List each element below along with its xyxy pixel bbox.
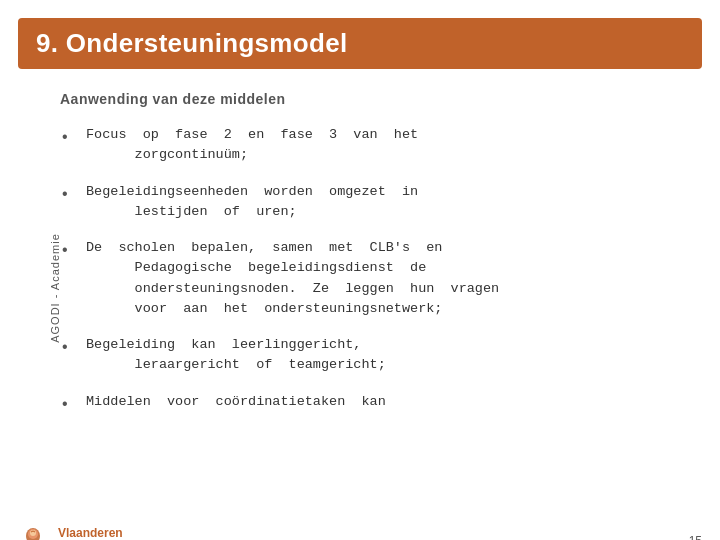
left-sidebar: AGODI - Academie	[0, 18, 22, 540]
bullet-icon: •	[60, 183, 78, 207]
page-title: 9. Ondersteuningsmodel	[36, 28, 684, 59]
bullet-icon: •	[60, 239, 78, 263]
sidebar-label: AGODI - Academie	[49, 233, 61, 343]
bullet-icon: •	[60, 126, 78, 150]
agodi-logo-icon	[18, 524, 48, 540]
logo-area: Vlaanderen is onderwijs & vorming	[18, 524, 148, 540]
list-item: • Focus op fase 2 en fase 3 van het zorg…	[60, 125, 660, 166]
bullet-text-2: Begeleidingseenheden worden omgezet in l…	[86, 182, 660, 223]
vlaanderen-name: Vlaanderen	[58, 526, 123, 540]
title-bar: 9. Ondersteuningsmodel	[18, 18, 702, 69]
content-area: Aanwending van deze middelen • Focus op …	[0, 69, 720, 453]
list-item: • Begeleidingseenheden worden omgezet in…	[60, 182, 660, 223]
bullet-text-3: De scholen bepalen, samen met CLB's en P…	[86, 238, 660, 319]
subtitle: Aanwending van deze middelen	[60, 91, 660, 107]
bullet-icon: •	[60, 393, 78, 417]
bullet-icon: •	[60, 336, 78, 360]
bullet-text-4: Begeleiding kan leerlinggericht, leraarg…	[86, 335, 660, 376]
page-container: AGODI - Academie 9. Ondersteuningsmodel …	[0, 18, 720, 540]
bullet-list: • Focus op fase 2 en fase 3 van het zorg…	[60, 125, 660, 417]
page-number: 15	[689, 534, 702, 540]
list-item: • Begeleiding kan leerlinggericht, leraa…	[60, 335, 660, 376]
of-text: of	[224, 204, 240, 219]
list-item: • Middelen voor coördinatietaken kan	[60, 392, 660, 417]
bullet-text-1: Focus op fase 2 en fase 3 van het zorgco…	[86, 125, 660, 166]
bottom-bar: Vlaanderen is onderwijs & vorming 15	[0, 520, 720, 540]
vlaanderen-logo: Vlaanderen is onderwijs & vorming	[58, 526, 148, 540]
bullet-text-5: Middelen voor coördinatietaken kan	[86, 392, 660, 412]
list-item: • De scholen bepalen, samen met CLB's en…	[60, 238, 660, 319]
